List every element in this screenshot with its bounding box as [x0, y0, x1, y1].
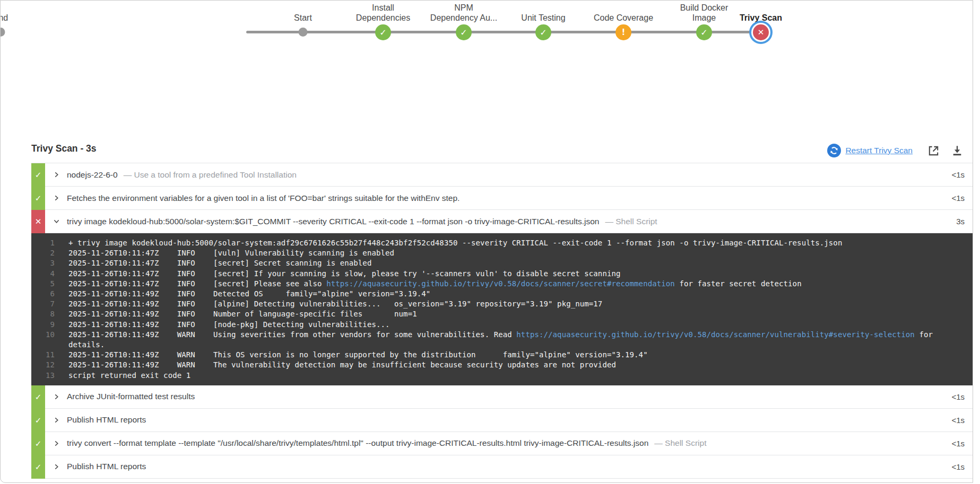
console-link[interactable]: https://aquasecurity.github.io/trivy/v0.…	[326, 279, 675, 288]
console-text-segment: 2025-11-26T10:11:49Z INFO [alpine] Detec…	[68, 300, 602, 308]
stage-status-node-icon[interactable]	[0, 28, 5, 37]
step-status-gutter	[31, 385, 45, 409]
console-line-text: 2025-11-26T10:11:49Z INFO Detected OS fa…	[68, 289, 959, 299]
console-line: 8 2025-11-26T10:11:49Z INFO Number of la…	[31, 309, 959, 319]
console-line-number[interactable]: 8	[31, 309, 55, 319]
step-title: Publish HTML reports	[67, 462, 146, 471]
stage-status-node-icon[interactable]	[456, 24, 472, 40]
console-line-number[interactable]: 2	[31, 248, 55, 258]
step-title: trivy convert --format template --templa…	[67, 438, 648, 448]
console-log: 1 + trivy image kodekloud-hub:5000/solar…	[31, 233, 973, 385]
console-line: 2 2025-11-26T10:11:47Z INFO [vuln] Vulne…	[31, 248, 959, 258]
chevron-icon[interactable]	[54, 417, 59, 424]
console-text-segment: + trivy image kodekloud-hub:5000/solar-s…	[68, 239, 842, 247]
step-duration: 3s	[950, 217, 965, 226]
step-row[interactable]: trivy convert --format template --templa…	[31, 432, 973, 455]
step-row-body[interactable]: Publish HTML reports <1s	[45, 455, 973, 479]
step-list-top: nodejs-22-6-0 — Use a tool from a predef…	[31, 163, 973, 233]
console-line-text: 2025-11-26T10:11:47Z INFO [secret] If yo…	[68, 269, 959, 279]
step-list-bottom: Archive JUnit-formatted test results <1s…	[31, 385, 973, 479]
step-list: nodejs-22-6-0 — Use a tool from a predef…	[31, 163, 973, 479]
pipeline-graph: Start Install Dependencies NPM Dependenc…	[1, 1, 973, 64]
step-title: Archive JUnit-formatted test results	[67, 392, 195, 401]
console-line-number[interactable]: 1	[31, 238, 55, 248]
stage-status-node-icon[interactable]	[375, 24, 391, 40]
console-line-number[interactable]: 9	[31, 320, 55, 330]
console-line-text: 2025-11-26T10:11:47Z INFO [vuln] Vulnera…	[68, 248, 959, 258]
stage-result-title: Trivy Scan - 3s	[31, 143, 97, 154]
chevron-icon[interactable]	[54, 171, 59, 178]
step-row-body[interactable]: Publish HTML reports <1s	[45, 409, 973, 432]
chevron-icon[interactable]	[54, 440, 59, 447]
console-text-segment: 2025-11-26T10:11:47Z INFO [vuln] Vulnera…	[68, 249, 394, 257]
stage-status-node-icon[interactable]	[299, 28, 308, 37]
console-line-text: 2025-11-26T10:11:49Z INFO [node-pkg] Det…	[68, 320, 959, 330]
step-row-body[interactable]: nodejs-22-6-0 — Use a tool from a predef…	[45, 163, 973, 187]
step-duration: <1s	[945, 416, 965, 425]
console-line-text: 2025-11-26T10:11:49Z WARN This OS versio…	[68, 350, 959, 360]
console-line: 11 2025-11-26T10:11:49Z WARN This OS ver…	[31, 350, 959, 360]
console-text-segment: script returned exit code 1	[68, 371, 190, 380]
console-text-segment: 2025-11-26T10:11:49Z WARN Using severiti…	[68, 330, 516, 339]
console-line: 12 2025-11-26T10:11:49Z WARN The vulnera…	[31, 360, 959, 370]
chevron-icon[interactable]	[54, 195, 59, 201]
console-line-text: + trivy image kodekloud-hub:5000/solar-s…	[68, 238, 959, 248]
console-line: 9 2025-11-26T10:11:49Z INFO [node-pkg] D…	[31, 320, 959, 330]
console-line-number[interactable]: 13	[31, 371, 55, 381]
console-line-number[interactable]: 12	[31, 360, 55, 370]
console-line-text: 2025-11-26T10:11:49Z INFO Number of lang…	[68, 309, 959, 319]
console-line-number[interactable]: 10	[31, 330, 55, 350]
open-external-icon[interactable]	[927, 145, 940, 157]
console-line-text: 2025-11-26T10:11:49Z WARN The vulnerabil…	[68, 360, 959, 370]
console-line: 7 2025-11-26T10:11:49Z INFO [alpine] Det…	[31, 299, 959, 309]
step-row[interactable]: Fetches the environment variables for a …	[31, 187, 973, 210]
step-duration: <1s	[945, 170, 965, 179]
pipeline-connector-line	[246, 31, 761, 33]
step-status-gutter	[31, 187, 45, 210]
console-line-number[interactable]: 5	[31, 279, 55, 289]
step-row-body[interactable]: Archive JUnit-formatted test results <1s	[45, 385, 973, 409]
console-line-text: 2025-11-26T10:11:47Z INFO [secret] Pleas…	[68, 279, 959, 289]
step-row-body[interactable]: trivy convert --format template --templa…	[45, 432, 973, 455]
console-line-number[interactable]: 6	[31, 289, 55, 299]
console-line-text: script returned exit code 1	[68, 371, 959, 381]
console-line-number[interactable]: 4	[31, 269, 55, 279]
step-row-body[interactable]: trivy image kodekloud-hub:5000/solar-sys…	[45, 210, 973, 233]
console-line: 3 2025-11-26T10:11:47Z INFO [secret] Sec…	[31, 258, 959, 268]
stage-status-node-icon[interactable]	[696, 24, 712, 40]
console-line-number[interactable]: 7	[31, 299, 55, 309]
restart-icon[interactable]	[827, 144, 841, 157]
pipeline-stage-panel: Start Install Dependencies NPM Dependenc…	[0, 0, 973, 483]
stage-status-node-icon[interactable]	[535, 24, 551, 40]
console-link[interactable]: https://aquasecurity.github.io/trivy/v0.…	[516, 330, 915, 339]
restart-stage-link[interactable]: Restart Trivy Scan	[845, 146, 913, 155]
stage-status-node-icon[interactable]	[753, 24, 769, 40]
step-row[interactable]: Publish HTML reports <1s	[31, 409, 973, 432]
step-status-gutter	[31, 210, 45, 233]
console-line-number[interactable]: 3	[31, 258, 55, 268]
step-row[interactable]: nodejs-22-6-0 — Use a tool from a predef…	[31, 163, 973, 187]
chevron-icon[interactable]	[54, 463, 59, 470]
console-text-segment: 2025-11-26T10:11:49Z INFO Number of lang…	[68, 310, 417, 318]
step-row-body[interactable]: Fetches the environment variables for a …	[45, 187, 973, 210]
stage-actions: Restart Trivy Scan	[827, 144, 963, 157]
chevron-icon[interactable]	[53, 218, 60, 224]
chevron-icon[interactable]	[54, 393, 59, 400]
stage-status-node-icon[interactable]	[615, 24, 631, 40]
download-icon[interactable]	[951, 145, 963, 156]
console-text-segment: 2025-11-26T10:11:49Z WARN The vulnerabil…	[68, 360, 616, 369]
console-line: 10 2025-11-26T10:11:49Z WARN Using sever…	[31, 330, 959, 350]
console-text-segment: 2025-11-26T10:11:49Z INFO Detected OS fa…	[68, 289, 430, 298]
step-row[interactable]: Archive JUnit-formatted test results <1s	[31, 385, 973, 409]
step-row[interactable]: Publish HTML reports <1s	[31, 455, 973, 479]
step-row[interactable]: trivy image kodekloud-hub:5000/solar-sys…	[31, 210, 973, 233]
console-line-text: 2025-11-26T10:11:49Z WARN Using severiti…	[68, 330, 959, 350]
step-duration: <1s	[945, 462, 965, 471]
console-text-segment: 2025-11-26T10:11:47Z INFO [secret] Pleas…	[68, 279, 326, 288]
console-text-segment: for faster secret detection	[675, 279, 802, 288]
console-text-segment: 2025-11-26T10:11:47Z INFO [secret] Secre…	[68, 259, 371, 267]
console-line-number[interactable]: 11	[31, 350, 55, 360]
console-line-text: 2025-11-26T10:11:49Z INFO [alpine] Detec…	[68, 299, 959, 309]
console-line-text: 2025-11-26T10:11:47Z INFO [secret] Secre…	[68, 258, 959, 268]
console-text-segment: 2025-11-26T10:11:47Z INFO [secret] If yo…	[68, 269, 621, 278]
